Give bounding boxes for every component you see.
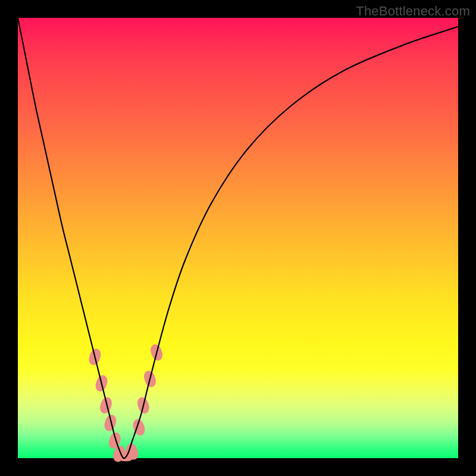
bottleneck-curve-path xyxy=(18,18,458,458)
plot-area xyxy=(18,18,458,458)
marker-group xyxy=(87,343,164,463)
chart-frame: TheBottleneck.com xyxy=(0,0,476,476)
watermark-text: TheBottleneck.com xyxy=(356,4,470,19)
curve-layer xyxy=(18,18,458,458)
